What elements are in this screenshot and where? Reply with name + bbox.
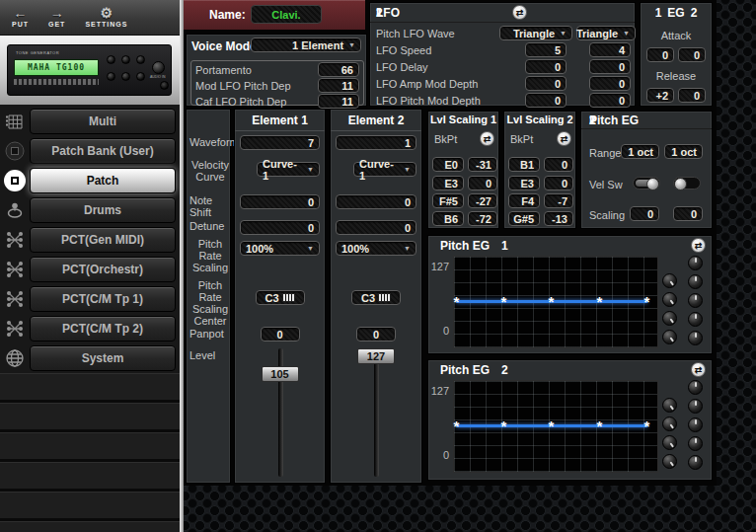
sidebar-item-multi[interactable]: Multi [0,107,180,136]
eg2-attack-field[interactable]: 0 [678,47,706,62]
ls2-bkpt2-note-field[interactable]: E3 [508,176,540,190]
portamento-field[interactable]: 66 [318,62,359,77]
eg1-release-field[interactable]: +2 [646,88,674,103]
ls1-bkpt2-offset-field[interactable]: 0 [468,176,497,190]
element2-detune-field[interactable]: 0 [336,220,416,235]
eg-point[interactable]: * [452,418,461,433]
ls1-bkpt1-offset-field[interactable]: -31 [468,157,497,172]
element2-note-shift-field[interactable]: 0 [336,194,416,209]
sync-icon[interactable]: ⇄ [691,238,706,253]
element1-level-handle[interactable]: 105 [262,366,299,382]
pitch-eg2-graph[interactable]: * * * * * [453,380,658,473]
sidebar-item-label[interactable]: PCT(C/M Tp 1) [30,286,176,312]
rate-knob[interactable] [662,454,677,469]
sync-icon[interactable]: ⇄ [557,131,571,146]
pitch-eg1-range-field[interactable]: 1 oct [621,144,659,159]
eg-point[interactable]: * [499,418,508,433]
rate-knob[interactable] [662,292,677,307]
eg2-release-field[interactable]: 0 [678,88,706,103]
sidebar-item-label[interactable]: PCT(Orchestr) [30,257,176,282]
sidebar-item-pct-orchestr[interactable]: PCT(Orchestr) [0,255,180,284]
level-knob[interactable] [688,436,703,451]
pitch-eg2-range-field[interactable]: 1 oct [664,144,703,159]
sidebar-item-pct-cm-tp1[interactable]: PCT(C/M Tp 1) [0,284,180,314]
level-knob[interactable] [688,293,703,308]
element2-pitch-rate-scaling-dropdown[interactable]: 100% ▼ [336,241,416,256]
element2-waveform-field[interactable]: 1 [336,135,416,150]
eg-point[interactable]: * [452,294,461,309]
rate-knob[interactable] [662,417,677,431]
element1-detune-field[interactable]: 0 [240,220,320,235]
sidebar-item-label[interactable]: PCT(Gen MIDI) [30,227,176,253]
sidebar-item-patch-bank[interactable]: Patch Bank (User) [0,136,180,166]
sidebar-item-patch[interactable]: Patch [0,166,180,195]
ls1-bkpt4-offset-field[interactable]: -72 [468,211,497,226]
pitch-eg1-vel-sw-toggle[interactable] [633,177,660,190]
mod-lfo-pitch-dep-field[interactable]: 11 [318,78,359,93]
sidebar-item-label[interactable]: Patch Bank (User) [30,138,176,164]
sidebar-item-label[interactable]: Drums [30,197,176,223]
element1-pitch-rate-scaling-dropdown[interactable]: 100% ▼ [240,241,320,256]
level-knob[interactable] [688,380,703,395]
put-button[interactable]: ← PUT [12,7,29,28]
element1-scaling-center-field[interactable]: C3 [256,290,305,305]
slider-track[interactable] [374,348,379,477]
sidebar-item-label[interactable]: Patch [30,168,176,193]
level-knob[interactable] [688,418,703,432]
eg-point[interactable]: * [643,294,651,309]
pitch-eg2-scaling-field[interactable]: 0 [673,206,703,221]
sidebar-item-pct-gen-midi[interactable]: PCT(Gen MIDI) [0,225,180,255]
caf-lfo-pitch-dep-field[interactable]: 11 [318,94,359,109]
level-knob[interactable] [688,256,703,270]
element1-panpot-field[interactable]: 0 [261,327,300,342]
eg-point[interactable]: * [547,418,556,433]
lfo1-speed-field[interactable]: 5 [525,42,567,57]
element1-velocity-curve-dropdown[interactable]: Curve-1 ▼ [257,162,320,177]
eg-point[interactable]: * [499,294,508,309]
lfo2-amp-mod-field[interactable]: 0 [589,76,631,91]
element2-panpot-field[interactable]: 0 [356,327,396,342]
lfo1-pitch-mod-field[interactable]: 0 [525,93,567,108]
level-knob[interactable] [688,331,703,345]
sync-icon[interactable]: ⇄ [512,5,527,20]
lfo2-speed-field[interactable]: 4 [589,42,631,57]
ls1-bkpt4-note-field[interactable]: B6 [432,211,464,226]
ls2-bkpt3-offset-field[interactable]: -7 [544,193,573,208]
lfo2-delay-field[interactable]: 0 [589,59,631,74]
pitch-eg1-scaling-field[interactable]: 0 [630,206,659,221]
ls1-bkpt1-note-field[interactable]: E0 [432,157,464,172]
ls1-bkpt3-offset-field[interactable]: -27 [468,193,497,208]
rate-knob[interactable] [662,435,677,450]
pitch-eg1-graph[interactable]: * * * * * [453,256,658,348]
element2-level-handle[interactable]: 127 [357,348,395,364]
sidebar-item-drums[interactable]: Drums [0,195,180,225]
element1-waveform-field[interactable]: 7 [240,135,320,150]
level-knob[interactable] [688,312,703,327]
rate-knob[interactable] [662,398,677,413]
eg-point[interactable]: * [595,418,604,433]
eg-point[interactable]: * [547,294,556,309]
element2-velocity-curve-dropdown[interactable]: Curve-1 ▼ [353,162,416,177]
level-knob[interactable] [688,399,703,414]
get-button[interactable]: → GET [48,7,65,28]
voice-mode-dropdown[interactable]: 1 Element ▼ [251,38,361,52]
rate-knob[interactable] [662,330,677,344]
element2-level-slider[interactable]: 127 [331,346,421,483]
sidebar-item-label[interactable]: Multi [30,109,176,134]
sidebar-item-pct-cm-tp2[interactable]: PCT(C/M Tp 2) [0,314,180,343]
ls2-bkpt1-note-field[interactable]: B1 [508,157,540,172]
sidebar-item-label[interactable]: PCT(C/M Tp 2) [30,316,176,342]
eg-point[interactable]: * [595,294,604,309]
ls2-bkpt1-offset-field[interactable]: 0 [544,157,573,172]
sidebar-item-label[interactable]: System [30,345,176,371]
ls1-bkpt2-note-field[interactable]: E3 [432,176,464,190]
lfo2-pitch-mod-field[interactable]: 0 [589,93,631,108]
element2-scaling-center-field[interactable]: C3 [351,290,401,305]
pitch-eg2-vel-sw-toggle[interactable] [673,177,701,190]
lfo1-amp-mod-field[interactable]: 0 [525,76,567,91]
rate-knob[interactable] [662,311,677,326]
patch-name-field[interactable]: Clavi. [251,5,322,24]
ls2-bkpt3-note-field[interactable]: F4 [508,193,540,208]
rate-knob[interactable] [662,273,677,288]
ls2-bkpt2-offset-field[interactable]: 0 [544,176,573,190]
